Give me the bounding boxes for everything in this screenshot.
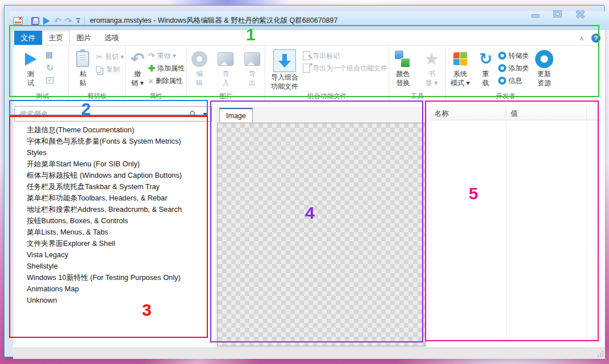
list-item[interactable]: 地址栏和搜索栏Address, Breadcrumb, & Search (14, 204, 212, 215)
list-item[interactable]: 任务栏及系统托盘Taskbar & System Tray (14, 181, 212, 193)
undo-big-icon: ↶ (130, 51, 144, 68)
separator (84, 16, 85, 26)
system-mode-button[interactable]: 系统 模式 ▾ (447, 48, 473, 87)
property-grid: 名称 值 (430, 107, 603, 346)
tab-image[interactable]: Image (219, 108, 253, 122)
system-mode-label: 系统 模式 ▾ (451, 70, 469, 87)
add-property-label: 添加属性 (157, 64, 185, 73)
redo-icon[interactable]: ↷ (65, 16, 73, 25)
export-mark-icon: ✎ (303, 51, 310, 60)
paste-button[interactable]: 粘 贴 (70, 48, 96, 87)
list-item[interactable]: Vista Legacy (14, 249, 212, 261)
tab-picture[interactable]: 图片 (70, 31, 98, 45)
ring-icon (498, 52, 506, 60)
color-replace-button[interactable]: 颜色 替换 (390, 48, 416, 87)
ribbon-group-combo: 导入组合 功能文件 ✎导出标记 ↗导出为一个组合功能文件 组合功能文件 (265, 47, 389, 102)
save-icon[interactable] (31, 17, 39, 25)
dump-class-button[interactable]: 转储类 (498, 50, 529, 61)
test-options-button[interactable]: ✓ (46, 74, 53, 86)
image-panel: Image (215, 107, 427, 348)
list-item[interactable]: 字体和颜色与系统参量(Fonts & System Metrics) (14, 136, 212, 147)
import-combo-button[interactable]: 导入组合 功能文件 (266, 48, 303, 91)
checkbox-icon: ✓ (46, 77, 53, 83)
export-mark-button[interactable]: ✎导出标记 (303, 50, 387, 61)
search-box (14, 106, 212, 122)
undo-label: 撤 销 ▾ (131, 70, 143, 87)
x-icon: × (148, 77, 153, 85)
list-item[interactable]: 主题信息(Theme Documentation) (14, 124, 212, 136)
group-label-test: 测试 (18, 91, 67, 102)
cut-label: 剪切 ▾ (105, 52, 124, 62)
qat-customize-dropdown-icon[interactable]: ▾ (76, 18, 80, 23)
refresh-icon: ↻ (46, 62, 53, 73)
ribbon-body: 测 试 ↻ ✓ 测试 粘 贴 (14, 45, 604, 102)
tab-file[interactable]: 文件 (14, 31, 42, 45)
stop-icon (46, 52, 52, 58)
star-icon: ★ (424, 51, 439, 68)
search-dropdown-icon[interactable] (203, 113, 207, 116)
test-play-icon[interactable] (43, 17, 50, 25)
copy-button[interactable]: 复制 (96, 64, 124, 75)
list-item[interactable]: 菜单栏和功能条Toolbars, Headers, & Rebar (14, 193, 212, 204)
export-image-button[interactable]: 导 出 (241, 48, 264, 87)
export-one-icon: ↗ (303, 64, 310, 73)
add-class-button[interactable]: 添加类 (498, 62, 529, 74)
cut-button[interactable]: ✂剪切 ▾ (96, 51, 124, 62)
list-item[interactable]: Unknown (14, 295, 212, 306)
undo-icon[interactable]: ↶ (54, 16, 61, 25)
desktop: ↶ ↷ ▾ eromanga.msstyles - Windows风格编辑器 &… (0, 0, 609, 364)
export-one-label: 导出为一个组合功能文件 (312, 64, 387, 73)
dump-class-label: 转储类 (508, 51, 529, 61)
list-item[interactable]: Animations Map (14, 283, 212, 295)
group-label-tools: 工具 (390, 91, 444, 102)
list-item[interactable]: Shellstyle (14, 261, 212, 272)
list-item[interactable]: 菜单Lists, Menus, & Tabs (14, 227, 212, 238)
list-item[interactable]: Windows 10新特性 (For Testing Purposes Only… (14, 272, 212, 283)
column-header-name[interactable]: 名称 (430, 107, 506, 120)
tab-home[interactable]: 主页 (42, 31, 70, 45)
resize-grip[interactable] (597, 351, 603, 357)
search-icon[interactable] (190, 111, 195, 116)
status-bar (13, 348, 605, 359)
close-button[interactable] (576, 10, 585, 18)
delete-property-label: 删除属性 (156, 76, 183, 86)
titlebar: ↶ ↷ ▾ eromanga.msstyles - Windows风格编辑器 &… (9, 11, 609, 30)
export-image-label: 导 出 (249, 70, 256, 87)
import-image-label: 导 入 (222, 70, 229, 87)
info-button[interactable]: 信息 (498, 75, 529, 86)
tab-options[interactable]: 选项 (98, 31, 126, 45)
export-one-button[interactable]: ↗导出为一个组合功能文件 (303, 62, 387, 74)
list-item[interactable]: Styles (14, 147, 212, 158)
copy-icon (96, 66, 101, 73)
search-input[interactable] (14, 106, 212, 122)
scissors-icon: ✂ (96, 52, 103, 61)
column-header-value[interactable]: 值 (506, 107, 587, 120)
reload-button[interactable]: ↻ 重 载 (475, 48, 496, 87)
list-item[interactable]: 开始菜单Start Menu (For SIB Only) (14, 158, 212, 170)
maximize-button[interactable] (554, 11, 561, 17)
redo-button[interactable]: ↷重做 ▾ (148, 50, 185, 61)
restart-test-button[interactable]: ↻ (46, 62, 53, 73)
list-item[interactable]: 框体与标题按钮 (Windows and Caption Buttons) (14, 170, 212, 181)
help-icon[interactable]: ? (591, 34, 600, 43)
test-button[interactable]: 测 试 (18, 48, 44, 87)
plus-icon (148, 65, 155, 72)
import-image-icon (218, 52, 233, 66)
list-item[interactable]: 按钮Buttons, Boxes, & Controls (14, 215, 212, 227)
minimize-button[interactable] (532, 15, 539, 17)
image-canvas[interactable] (217, 123, 426, 346)
list-item[interactable]: 文件夹界面Explorer & Shell (14, 238, 212, 249)
paste-label: 粘 贴 (80, 70, 86, 87)
bookmark-button[interactable]: ★ 书 签 ▾ (419, 48, 445, 87)
import-image-button[interactable]: 导 入 (214, 48, 237, 87)
windows-logo-icon (453, 52, 468, 66)
collapse-ribbon-icon[interactable]: ∧ (579, 35, 584, 42)
edit-image-button[interactable]: 编 辑 (188, 48, 211, 87)
stop-test-button[interactable] (46, 49, 53, 61)
update-resources-button[interactable]: 更新 资源 (531, 48, 557, 87)
delete-property-button[interactable]: ×删除属性 (148, 75, 185, 86)
undo-button[interactable]: ↶ 撤 销 ▾ (127, 48, 148, 87)
app-icon[interactable] (13, 17, 23, 25)
add-property-button[interactable]: 添加属性 (148, 62, 185, 74)
column-divider (506, 120, 507, 346)
